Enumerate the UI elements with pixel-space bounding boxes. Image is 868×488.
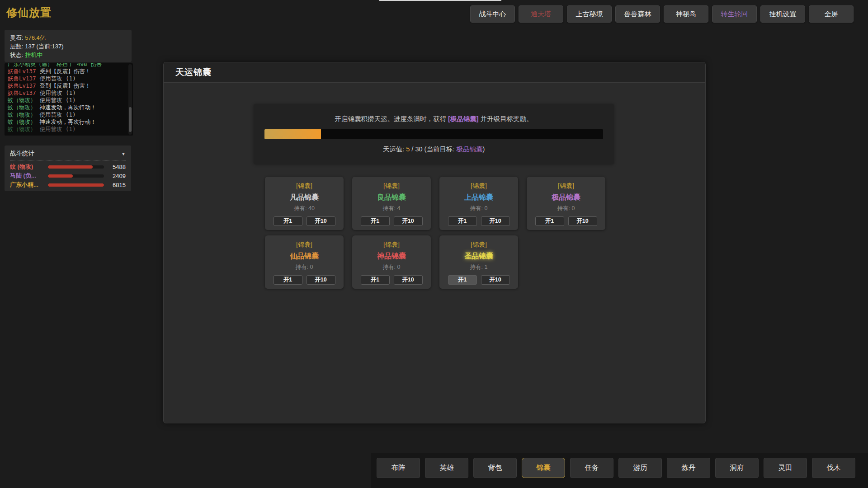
stat-row: 马陆 (负... 2409 <box>10 173 126 179</box>
floor-value: 137 (当前:137) <box>25 43 63 50</box>
spirit-stone-value: 576.4亿 <box>25 34 46 41</box>
log-scrollbar-thumb[interactable] <box>129 107 132 132</box>
log-line: 广东小精灵（盾）格挡了 498 伤害 <box>8 63 127 68</box>
card-superior-pouch: [锦囊] 上品锦囊 持有: 0 开1 开10 <box>439 177 518 230</box>
tab-alchemy[interactable]: 炼丹 <box>667 458 710 478</box>
open-1-button[interactable]: 开1 <box>361 275 390 285</box>
nav-battle-center-button[interactable]: 战斗中心 <box>470 5 515 23</box>
log-line: 蚊（物攻）使用普攻 (1) <box>8 126 127 133</box>
damage-bar <box>48 183 104 187</box>
top-nav: 战斗中心 通天塔 上古秘境 兽兽森林 神秘岛 转生轮回 挂机设置 全屏 <box>470 5 854 23</box>
log-line: 妖兽Lv137受到【反震】伤害！ <box>8 82 127 89</box>
card-common-pouch: [锦囊] 凡品锦囊 持有: 40 开1 开10 <box>265 177 344 230</box>
nav-mystery-island-button[interactable]: 神秘岛 <box>664 5 708 23</box>
open-10-button[interactable]: 开10 <box>481 216 510 226</box>
pouch-name: 神品锦囊 <box>352 252 431 261</box>
pouch-name: 圣品锦囊 <box>439 252 518 261</box>
card-divine-pouch: [锦囊] 神品锦囊 持有: 0 开1 开10 <box>352 235 431 289</box>
tab-quests[interactable]: 任务 <box>570 458 613 478</box>
open-1-button[interactable]: 开1 <box>274 216 302 226</box>
pouch-tag: [锦囊] <box>265 177 344 190</box>
status-row: 状态: 挂机中 <box>10 51 126 59</box>
pouch-cards-grid: [锦囊] 凡品锦囊 持有: 40 开1 开10 [锦囊] 良品锦囊 持有: 4 … <box>265 177 605 294</box>
pouch-tag: [锦囊] <box>527 177 605 190</box>
pouch-owned-count: 持有: 0 <box>265 263 344 271</box>
tab-backpack[interactable]: 背包 <box>473 458 517 478</box>
tab-logging[interactable]: 伐木 <box>812 458 855 478</box>
pouch-owned-count: 持有: 0 <box>527 205 605 212</box>
open-10-button[interactable]: 开10 <box>568 216 597 226</box>
tab-pouch[interactable]: 锦囊 <box>522 458 565 478</box>
tab-cave[interactable]: 洞府 <box>715 458 759 478</box>
spirit-stone-row: 灵石: 576.4亿 <box>10 33 126 42</box>
player-stats-panel: 灵石: 576.4亿 层数: 137 (当前:137) 状态: 挂机中 <box>5 30 132 62</box>
nav-fullscreen-button[interactable]: 全屏 <box>809 5 854 23</box>
nav-rebirth-button[interactable]: 转生轮回 <box>712 5 757 23</box>
battle-log-panel: 广东小精灵（盾）格挡了 498 伤害 妖兽Lv137受到【反震】伤害！ 妖兽Lv… <box>5 63 133 136</box>
luck-target-name: 极品锦囊 <box>456 145 482 153</box>
card-row: [锦囊] 凡品锦囊 持有: 40 开1 开10 [锦囊] 良品锦囊 持有: 4 … <box>265 177 605 230</box>
card-good-pouch: [锦囊] 良品锦囊 持有: 4 开1 开10 <box>352 177 431 230</box>
battle-stats-header[interactable]: 战斗统计 ▼ <box>10 150 126 161</box>
luck-progress-fill <box>264 129 321 139</box>
open-10-button[interactable]: 开10 <box>394 275 423 285</box>
tab-heroes[interactable]: 英雄 <box>425 458 468 478</box>
open-10-button[interactable]: 开10 <box>394 216 423 226</box>
open-1-button[interactable]: 开1 <box>274 275 302 285</box>
chevron-down-icon[interactable]: ▼ <box>121 151 126 156</box>
open-10-button[interactable]: 开10 <box>481 275 510 285</box>
pouch-tag: [锦囊] <box>352 235 431 249</box>
luck-progress-bar <box>264 129 603 139</box>
floor-row: 层数: 137 (当前:137) <box>10 42 126 51</box>
status-value: 挂机中 <box>25 52 42 58</box>
card-supreme-pouch: [锦囊] 极品锦囊 持有: 0 开1 开10 <box>527 177 605 230</box>
open-1-button[interactable]: 开1 <box>448 216 477 226</box>
game-root: 修仙放置 战斗中心 通天塔 上古秘境 兽兽森林 神秘岛 转生轮回 挂机设置 全屏… <box>0 0 868 488</box>
stat-row: 蚊 (物攻) 5488 <box>10 164 126 170</box>
stat-row: 广东小精... 6815 <box>10 182 126 188</box>
log-line: 蚊（物攻）神速发动，再次行动！ <box>8 104 127 111</box>
pouch-owned-count: 持有: 0 <box>439 205 518 212</box>
luck-value-line: 天运值: 5 / 30 (当前目标: 极品锦囊) <box>254 145 614 154</box>
bottom-nav: 布阵 英雄 背包 锦囊 任务 游历 炼丹 洞府 灵田 伐木 <box>377 458 855 478</box>
top-divider-line <box>379 0 501 1</box>
pouch-name: 极品锦囊 <box>527 193 605 202</box>
nav-idle-settings-button[interactable]: 挂机设置 <box>760 5 805 23</box>
tab-spirit-field[interactable]: 灵田 <box>764 458 807 478</box>
pouch-owned-count: 持有: 4 <box>352 205 431 212</box>
damage-bar <box>48 174 104 178</box>
log-line: 妖兽Lv137使用普攻 (1) <box>8 75 127 82</box>
tab-formation[interactable]: 布阵 <box>377 458 420 478</box>
log-line: 蚊（物攻）神速发动，再次行动！ <box>8 118 127 126</box>
battle-log-lines: 广东小精灵（盾）格挡了 498 伤害 妖兽Lv137受到【反震】伤害！ 妖兽Lv… <box>8 63 127 133</box>
pouch-owned-count: 持有: 0 <box>352 263 431 271</box>
target-pouch-highlight: [极品锦囊] <box>448 115 479 122</box>
open-10-button[interactable]: 开10 <box>307 216 335 226</box>
pouch-panel: 天运锦囊 开启锦囊积攒天运。进度条满时，获得 [极品锦囊] 并升级目标奖励。 天… <box>163 62 706 423</box>
nav-beast-forest-button[interactable]: 兽兽森林 <box>615 5 660 23</box>
pouch-tag: [锦囊] <box>439 177 518 190</box>
game-title: 修仙放置 <box>6 5 52 20</box>
pouch-panel-title: 天运锦囊 <box>164 62 705 83</box>
pouch-tag: [锦囊] <box>439 235 518 249</box>
pouch-owned-count: 持有: 1 <box>439 263 518 271</box>
battle-stats-panel: 战斗统计 ▼ 蚊 (物攻) 5488 马陆 (负... 2409 广东小精...… <box>5 145 131 191</box>
pouch-name: 上品锦囊 <box>439 193 518 202</box>
battle-stats-title: 战斗统计 <box>10 150 34 158</box>
log-line: 妖兽Lv137使用普攻 (1) <box>8 89 127 97</box>
pouch-name: 良品锦囊 <box>352 193 431 202</box>
log-line: 妖兽Lv137受到【反震】伤害！ <box>8 68 127 75</box>
nav-sky-tower-button[interactable]: 通天塔 <box>519 5 563 23</box>
pouch-tag: [锦囊] <box>352 177 431 190</box>
luck-info-box: 开启锦囊积攒天运。进度条满时，获得 [极品锦囊] 并升级目标奖励。 天运值: 5… <box>254 104 614 164</box>
open-1-button[interactable]: 开1 <box>361 216 390 226</box>
open-1-button[interactable]: 开1 <box>448 275 477 285</box>
card-immortal-pouch: [锦囊] 仙品锦囊 持有: 0 开1 开10 <box>265 235 344 289</box>
nav-ancient-realm-button[interactable]: 上古秘境 <box>567 5 612 23</box>
open-1-button[interactable]: 开1 <box>535 216 564 226</box>
open-10-button[interactable]: 开10 <box>307 275 335 285</box>
pouch-name: 仙品锦囊 <box>265 252 344 261</box>
damage-bar <box>48 165 104 169</box>
log-line: 蚊（物攻）使用普攻 (1) <box>8 97 127 104</box>
tab-travel[interactable]: 游历 <box>618 458 662 478</box>
